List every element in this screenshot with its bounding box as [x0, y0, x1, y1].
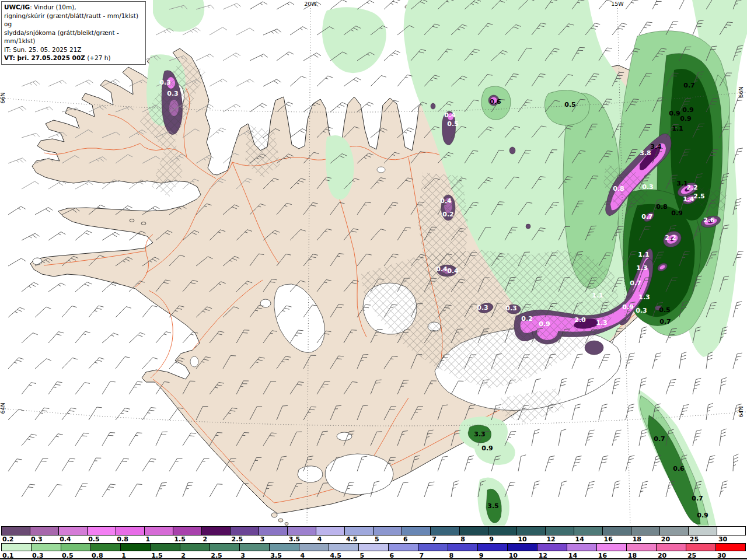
legend-tick-label: 12 [546, 536, 555, 543]
legend-tick-label: 10 [518, 536, 526, 543]
legend-segment [574, 527, 602, 535]
legend-tick-label: 8 [460, 536, 465, 543]
precip-value-label: 1.1 [592, 292, 603, 299]
precip-value-label: 1.3 [638, 293, 650, 301]
legend-tick-label: 2 [203, 536, 208, 543]
vestmannaeyjar-island [285, 523, 288, 526]
legend-segment [210, 544, 239, 551]
torfajokull-glacier [337, 432, 352, 440]
map-canvas: 20W15W66N66N64N64N 0.30.30.40.50.40.20.4… [0, 0, 747, 560]
snow-legend-line: slydda/snjókoma (grátt/bleikt/grænt - mm… [4, 29, 143, 46]
myvatn-lake [377, 167, 385, 173]
legend-segment [659, 527, 688, 535]
legend-segment [631, 527, 659, 535]
legend-snow-bar [1, 526, 746, 536]
legend-segment [545, 527, 574, 535]
legend-segment [259, 527, 287, 535]
model-name: UWC/IG [4, 4, 30, 10]
precip-value-label: 0.4 [440, 197, 452, 205]
legend-segment [269, 544, 299, 551]
legend-tick-label: 1 [145, 536, 150, 543]
precip-value-label: 2.5 [693, 192, 705, 200]
legend-tick-label: 0.5 [88, 536, 100, 543]
bottom-divider [0, 558, 747, 559]
parallel-label: 66N [0, 92, 6, 103]
precip-value-label: 0.9 [669, 110, 680, 117]
precip-value-label: 3.1 [676, 180, 688, 187]
legend-segment [61, 544, 90, 551]
legend-rain-bar [1, 543, 746, 551]
precip-value-label: 0.8 [613, 185, 624, 192]
precip-value-label: 0.4 [444, 111, 456, 119]
legend-segment [516, 527, 545, 535]
precip-value-label: 0.6 [673, 465, 685, 473]
legend-segment [173, 527, 201, 535]
init-time-line: IT: Sun. 25. 05. 2025 21Z [4, 46, 143, 54]
legend-tick-label: 7 [432, 536, 437, 543]
precip-value-label: 0.3 [159, 79, 171, 86]
precip-value-label: 1.1 [672, 125, 683, 132]
valid-time: VT: þri. 27.05.2025 00Z [4, 54, 85, 61]
legend-segment [2, 527, 30, 535]
precip-value-label: 0.9 [697, 512, 708, 519]
precip-value-label: 0.7 [683, 82, 695, 89]
forecast-info-box: UWC/IG: Vindur (10m), rigning/skúrir (gr… [1, 1, 146, 65]
meridian-label: 20W [304, 1, 317, 7]
breidafjordur-island [141, 222, 146, 225]
legend-segment [87, 527, 116, 535]
legend-segment [144, 527, 173, 535]
precip-value-label: 3.5 [487, 502, 499, 510]
breidafjordur-island [130, 219, 134, 222]
legend-segment [116, 527, 144, 535]
valid-time-line: VT: þri. 27.05.2025 00Z (+27 h) [4, 54, 143, 62]
legend-segment [120, 544, 150, 551]
legend-segment [602, 527, 631, 535]
legend-segment [402, 527, 430, 535]
eiriksjokull-glacier [260, 299, 271, 307]
legend-segment [626, 544, 656, 551]
precip-value-label: 0.5 [447, 120, 459, 128]
legend-tick-label: 3.5 [289, 536, 301, 543]
eyjafjallajokull-glacier [298, 466, 323, 482]
legend-segment [358, 544, 388, 551]
vestmannaeyjar-island [278, 519, 283, 522]
precip-value-label: 2.2 [665, 234, 676, 242]
legend-tick-label: 6 [403, 536, 408, 543]
precip-value-label: 0.9 [671, 209, 683, 217]
legend-segment [477, 544, 507, 551]
legend-segment [287, 527, 316, 535]
legend-segment [344, 527, 373, 535]
legend-tick-label: 4 [317, 536, 322, 543]
precip-value-label: 0.2 [442, 211, 454, 218]
precip-value-label: 0.4 [436, 265, 448, 273]
precip-value-label: 0.5 [659, 306, 671, 314]
legend-segment [388, 544, 418, 551]
legend-segment [373, 527, 402, 535]
precip-value-label: 1.4 [683, 195, 694, 203]
legend-segment [418, 544, 448, 551]
legend-tick-label: 0.3 [31, 536, 43, 543]
model-line: UWC/IG: Vindur (10m), [4, 3, 143, 12]
precip-value-label: 0.3 [505, 304, 517, 312]
legend-tick-label: 30 [718, 536, 727, 543]
legend-segment [686, 544, 715, 551]
legend-tick-label: 0.8 [117, 536, 128, 543]
legend-tick-label: 0.4 [60, 536, 71, 543]
precip-value-label: 1.1 [638, 251, 650, 258]
legend-segment [90, 544, 120, 551]
precip-legend: 0.20.30.40.50.811.522.533.544.5567891012… [0, 526, 747, 560]
legend-segment [58, 527, 87, 535]
precip-value-label: 3.8 [640, 149, 651, 157]
precip-value-label: 1.3 [596, 319, 608, 327]
legend-segment [239, 544, 269, 551]
precip-value-label: 0.9 [539, 320, 550, 328]
legend-tick-label: 3 [260, 536, 265, 543]
precip-value-label: 0.5 [564, 101, 576, 108]
legend-segment [201, 527, 230, 535]
legend-tick-label: 20 [661, 536, 670, 543]
legend-segment [180, 544, 210, 551]
precip-value-label: 0.4 [447, 267, 459, 275]
legend-segment [448, 544, 477, 551]
legend-segment [656, 544, 686, 551]
precip-value-label: 2.2 [686, 184, 698, 191]
